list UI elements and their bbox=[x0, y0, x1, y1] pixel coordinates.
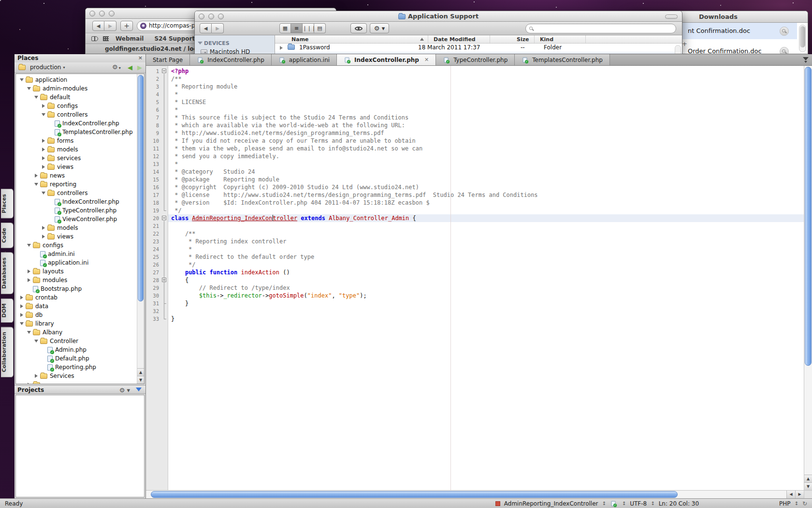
quick-look-button[interactable] bbox=[780, 27, 789, 36]
window-minimize-button[interactable] bbox=[99, 11, 105, 16]
disclosure-open-icon[interactable] bbox=[26, 331, 32, 334]
disclosure-closed-icon[interactable] bbox=[41, 148, 46, 151]
tree-item[interactable]: library bbox=[16, 319, 137, 328]
sync-icon[interactable]: ↻ bbox=[802, 500, 807, 507]
scroll-up-icon[interactable]: ▲ bbox=[137, 368, 144, 376]
dock-tab-code[interactable]: Code bbox=[1, 223, 14, 248]
disclosure-open-icon[interactable] bbox=[41, 192, 46, 194]
back-button[interactable]: ◀ bbox=[200, 23, 212, 33]
downloads-scrollbar[interactable] bbox=[799, 25, 806, 52]
disclosure-closed-icon[interactable] bbox=[26, 383, 32, 384]
tree-item[interactable]: models bbox=[16, 224, 137, 232]
column-header-kind[interactable]: Kind bbox=[540, 36, 553, 43]
tree-item[interactable]: db bbox=[16, 311, 137, 319]
disclosure-closed-icon[interactable] bbox=[26, 269, 32, 273]
tree-item[interactable]: configs bbox=[16, 102, 137, 110]
vertical-scroll-thumb[interactable] bbox=[805, 67, 812, 366]
tree-item[interactable]: IndexController.php bbox=[16, 197, 137, 206]
stepper-icon[interactable]: ↕ bbox=[651, 501, 654, 506]
stepper-icon[interactable]: ↕ bbox=[622, 501, 626, 506]
sidebar-item-macintosh-hd[interactable]: Macintosh HD bbox=[195, 47, 275, 54]
tree-item[interactable]: IndexController.php bbox=[16, 119, 137, 128]
tree-item[interactable]: models bbox=[16, 145, 137, 154]
tree-item[interactable]: data bbox=[16, 302, 137, 311]
editor-vertical-scrollbar[interactable]: ▲ ▼ bbox=[804, 66, 812, 490]
list-view-icon[interactable]: ≡ bbox=[291, 23, 303, 33]
search-input[interactable] bbox=[525, 24, 676, 33]
new-tab-button[interactable]: + bbox=[120, 21, 133, 31]
column-header-name[interactable]: Name bbox=[291, 36, 309, 43]
fold-column[interactable] bbox=[160, 214, 168, 222]
scroll-right-icon[interactable]: ▶ bbox=[795, 491, 804, 498]
tree-item[interactable]: services bbox=[16, 154, 137, 163]
disclosure-closed-icon[interactable] bbox=[41, 235, 46, 239]
tree-item[interactable]: reporting bbox=[16, 180, 137, 189]
disclosure-closed-icon[interactable] bbox=[19, 304, 25, 308]
tree-item[interactable]: modules bbox=[16, 276, 137, 284]
stepper-icon[interactable]: ↕ bbox=[795, 501, 798, 506]
tree-item[interactable]: controllers bbox=[16, 110, 137, 119]
bookmarks-book-icon[interactable] bbox=[91, 36, 98, 41]
editor-tab[interactable]: application.ini bbox=[272, 54, 337, 65]
forward-button[interactable]: ▶ bbox=[104, 21, 116, 31]
tree-item[interactable]: news bbox=[16, 171, 137, 180]
tree-item[interactable]: admin.ini bbox=[16, 250, 137, 258]
tree-item[interactable]: TypeController.php bbox=[16, 206, 137, 215]
history-forward-button[interactable]: ▶ bbox=[137, 64, 142, 71]
disclosure-closed-icon[interactable] bbox=[280, 46, 283, 50]
tree-item[interactable]: views bbox=[16, 232, 137, 241]
editor-horizontal-scrollbar[interactable]: ◀ ▶ bbox=[146, 490, 804, 498]
coverflow-view-icon[interactable]: ▤ bbox=[314, 23, 326, 33]
disclosure-open-icon[interactable] bbox=[26, 244, 32, 247]
icon-view-icon[interactable]: ▦ bbox=[279, 23, 291, 33]
bookmark-item[interactable]: Webmail bbox=[116, 35, 144, 42]
dock-tab-databases[interactable]: Databases bbox=[1, 252, 14, 294]
tree-item[interactable]: views bbox=[16, 163, 137, 171]
column-view-icon[interactable]: ❘❘❘ bbox=[303, 23, 314, 33]
projects-options-button[interactable]: ⚙ ▾ bbox=[119, 387, 130, 394]
tree-item[interactable]: controllers bbox=[16, 189, 137, 197]
top-sites-icon[interactable] bbox=[103, 36, 109, 41]
scroll-down-icon[interactable]: ▼ bbox=[137, 376, 144, 384]
disclosure-closed-icon[interactable] bbox=[26, 278, 32, 282]
disclosure-closed-icon[interactable] bbox=[41, 165, 46, 169]
tree-item[interactable]: TemplatesController.php bbox=[16, 128, 137, 136]
tree-item[interactable]: application.ini bbox=[16, 258, 137, 267]
horizontal-scroll-thumb[interactable] bbox=[151, 491, 678, 498]
tree-item[interactable]: Reporting.php bbox=[16, 363, 137, 372]
scroll-down-icon[interactable]: ▼ bbox=[804, 482, 812, 490]
fold-column[interactable] bbox=[160, 276, 168, 284]
disclosure-closed-icon[interactable] bbox=[41, 104, 46, 108]
devices-section-header[interactable]: DEVICES bbox=[198, 40, 275, 46]
disclosure-open-icon[interactable] bbox=[26, 87, 32, 90]
window-close-button[interactable] bbox=[89, 11, 95, 16]
scroll-left-icon[interactable]: ◀ bbox=[786, 491, 795, 498]
tree-item[interactable]: default bbox=[16, 93, 137, 102]
column-header-date-modified[interactable]: Date Modified bbox=[434, 36, 476, 43]
editor-tab[interactable]: Start Page bbox=[146, 54, 190, 65]
disclosure-open-icon[interactable] bbox=[19, 322, 25, 325]
window-zoom-button[interactable] bbox=[109, 11, 115, 16]
scroll-up-icon[interactable]: ▲ bbox=[804, 475, 812, 482]
disclosure-open-icon[interactable] bbox=[33, 340, 39, 343]
tree-item[interactable]: admin-modules bbox=[16, 84, 137, 93]
tab-list-dropdown-icon[interactable] bbox=[801, 56, 810, 64]
close-tab-icon[interactable]: ✕ bbox=[424, 57, 429, 63]
column-header-size[interactable]: Size bbox=[517, 36, 529, 43]
forward-button[interactable]: ▶ bbox=[212, 23, 224, 33]
quick-look-button[interactable] bbox=[780, 47, 789, 54]
disclosure-open-icon[interactable] bbox=[33, 183, 39, 186]
collapse-panel-icon[interactable] bbox=[136, 388, 142, 391]
tree-item[interactable]: layouts bbox=[16, 267, 137, 276]
toolbar-toggle-pill[interactable] bbox=[665, 15, 678, 19]
disclosure-closed-icon[interactable] bbox=[41, 139, 46, 143]
fold-column[interactable] bbox=[160, 67, 168, 75]
tree-item[interactable]: Admin.php bbox=[16, 345, 137, 354]
tree-item[interactable]: Services bbox=[16, 372, 137, 380]
tree-item[interactable]: Bootstrap.php bbox=[16, 284, 137, 293]
editor-tab[interactable]: TypeController.php bbox=[436, 54, 515, 65]
places-options-button[interactable]: ⚙▾ bbox=[112, 63, 121, 71]
tree-item[interactable]: forms bbox=[16, 136, 137, 145]
tree-item[interactable] bbox=[16, 380, 137, 384]
tree-item[interactable]: Albany bbox=[16, 328, 137, 337]
